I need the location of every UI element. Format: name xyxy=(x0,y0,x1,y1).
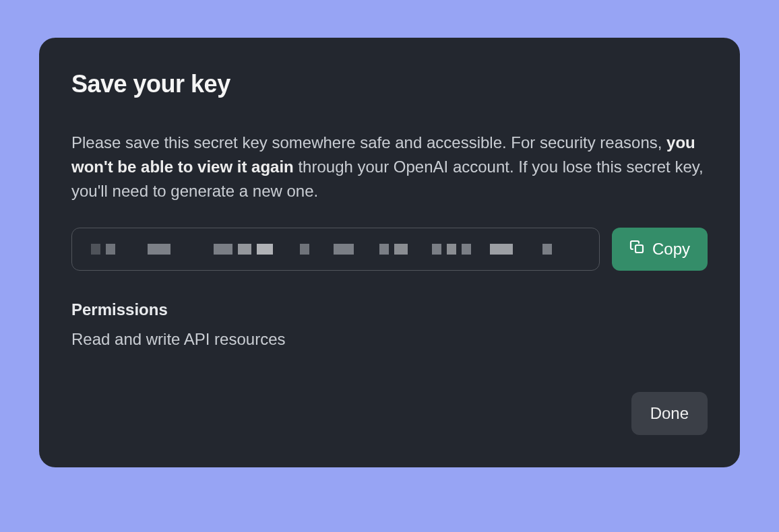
obscured-key-segment xyxy=(214,244,232,255)
obscured-key-segment xyxy=(300,244,309,255)
obscured-key-segment xyxy=(462,244,471,255)
obscured-key-segment xyxy=(447,244,456,255)
obscured-key-segment xyxy=(394,244,408,255)
obscured-key-segment xyxy=(490,244,513,255)
permissions-label: Permissions xyxy=(71,300,708,319)
obscured-key-segment xyxy=(148,244,170,255)
obscured-key-segment xyxy=(432,244,441,255)
obscured-key-segment xyxy=(379,244,389,255)
obscured-key-segment xyxy=(106,244,115,255)
obscured-key-segment xyxy=(542,244,552,255)
secret-key-field[interactable] xyxy=(71,228,600,271)
obscured-key-segment xyxy=(238,244,251,255)
modal-wrapper: Save your key Please save this secret ke… xyxy=(39,38,740,467)
obscured-key-segment xyxy=(334,244,354,255)
modal-description: Please save this secret key somewhere sa… xyxy=(71,131,708,203)
obscured-key-segment xyxy=(91,244,100,255)
description-prefix: Please save this secret key somewhere sa… xyxy=(71,133,666,152)
obscured-key-segment xyxy=(257,244,273,255)
permissions-value: Read and write API resources xyxy=(71,330,708,349)
copy-icon xyxy=(629,239,646,259)
save-key-modal: Save your key Please save this secret ke… xyxy=(39,38,740,467)
copy-button[interactable]: Copy xyxy=(612,228,708,271)
svg-rect-0 xyxy=(635,245,643,253)
done-button[interactable]: Done xyxy=(631,392,708,435)
modal-title: Save your key xyxy=(71,70,708,98)
copy-button-label: Copy xyxy=(652,240,690,259)
